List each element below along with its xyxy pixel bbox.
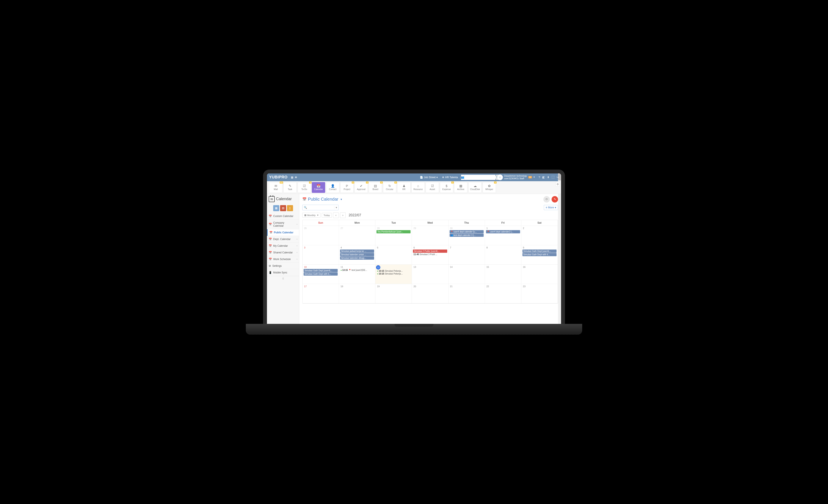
logout-icon[interactable]: ↪: [556, 176, 559, 179]
view-day-button[interactable]: ▯: [287, 205, 293, 211]
view-select[interactable]: ▦ Monthly ▾: [302, 213, 321, 218]
calendar-event[interactable]: Simulasi Gath Dept with ti...: [523, 253, 556, 256]
nav-circular[interactable]: 5↻Circular: [383, 182, 396, 193]
nav-contact[interactable]: 👤Contact: [326, 182, 339, 193]
nav-hr[interactable]: ♟HR: [397, 182, 411, 193]
nav-asset[interactable]: ☑Asset: [426, 182, 439, 193]
today-button[interactable]: Today: [322, 213, 332, 218]
calendar-cell[interactable]: 3: [302, 245, 339, 265]
dashboard-icon[interactable]: ◧: [542, 176, 545, 179]
download-icon[interactable]: ⬇: [547, 176, 549, 179]
calendar-cell[interactable]: 1📍 user4 dept calender2 [...: [485, 226, 522, 245]
calendar-cell[interactable]: 15: [485, 265, 522, 284]
nav-settings-icon[interactable]: ⚙: [555, 182, 560, 186]
sidebar-item-custom-calendar[interactable]: 📅Custom Calendar: [267, 213, 299, 220]
calendar-cell[interactable]: 5: [375, 245, 412, 265]
nav-approval[interactable]: 2✔Approval: [355, 182, 368, 193]
nav-mail[interactable]: 94✉Mail: [269, 182, 283, 193]
sidebar-item-my-calendar[interactable]: 📅My Calendar›: [267, 243, 299, 249]
scrollbar[interactable]: [558, 174, 561, 324]
calendar-cell[interactable]: 23: [522, 284, 558, 304]
sidebar-item-shared-calendar[interactable]: 📅Shared Calendar›: [267, 249, 299, 256]
view-month-button[interactable]: ▦: [273, 205, 279, 211]
collapse-sidebar[interactable]: ⟨⟨: [267, 276, 299, 281]
calendar-event[interactable]: Simulasi Gath Dept [user4(...: [523, 249, 556, 253]
calendar-cell[interactable]: 20: [412, 284, 448, 304]
nav-archive[interactable]: ▦Archive: [454, 182, 467, 193]
calendar-event[interactable]: 📍 user4 dept calender2 [...: [486, 230, 520, 233]
calendar-event-line[interactable]: ●13:15 📍 test [user2(DE...: [340, 269, 375, 272]
calendar-cell[interactable]: 8: [485, 245, 522, 265]
sidebar-item-work-schedule[interactable]: 📅Work Schedule›: [267, 256, 299, 263]
calendar-event-line[interactable]: ●10:15 Simulasi Pekerja...: [376, 272, 411, 275]
calendar-cell[interactable]: 22: [485, 284, 522, 304]
calendar-cell[interactable]: 19: [375, 284, 412, 304]
filter-input[interactable]: [308, 206, 334, 209]
calendar-cell[interactable]: 12●10:15 Simulasi Pekerja...●10:15 Simul…: [375, 265, 412, 284]
nav-whisper[interactable]: 4✿Whisper: [483, 182, 496, 193]
calendar-event-line[interactable]: 11:40 Simulasi 3 Publi ...: [413, 253, 447, 256]
sidebar-item-company-calendar[interactable]: 📅Company Calendar›: [267, 220, 299, 229]
view-week-button[interactable]: ▤: [280, 205, 286, 211]
calendar-event[interactable]: 📍 user4 dept calender [u...: [450, 230, 484, 233]
refresh-button[interactable]: ⟳: [543, 196, 550, 202]
nav-to-do[interactable]: 4☑To-Do: [298, 182, 311, 193]
calendar-event[interactable]: Simulasi Gath Dept with ti...: [303, 272, 338, 276]
nav-calendar[interactable]: 📅Calendar: [312, 182, 325, 193]
calendar-cell[interactable]: 29: [412, 226, 448, 245]
add-event-button[interactable]: ✎: [551, 196, 558, 202]
expand-icon[interactable]: ⛶: [551, 176, 554, 179]
next-month-button[interactable]: ›: [340, 213, 346, 218]
calendar-event[interactable]: Simulasi Gath Dept [user4(...: [303, 269, 338, 272]
calendar-cell[interactable]: 7: [449, 245, 485, 265]
calendar-event[interactable]: Tes Pemberitahuan [user...: [376, 230, 411, 233]
nav-resource[interactable]: ⌂Resource: [411, 182, 425, 193]
nav-board[interactable]: 2▤Board: [369, 182, 382, 193]
calendar-cell[interactable]: 18: [339, 284, 375, 304]
calendar-cell[interactable]: 13: [412, 265, 448, 284]
calendar-cell[interactable]: 27: [339, 226, 375, 245]
calendar-event[interactable]: Simulasi kalender dibagi...: [340, 257, 374, 260]
calendar-cell[interactable]: 2: [522, 226, 558, 245]
calendar-cell[interactable]: 30📍 user4 dept calender [u...👥 test dept…: [449, 226, 485, 245]
calendar-event-line[interactable]: ●10:15 Simulasi Pekerja...: [376, 270, 411, 272]
sidebar-item-public-calendar[interactable]: 📅Public Calendar: [267, 229, 299, 236]
chevron-down-icon[interactable]: ▾: [334, 206, 338, 209]
search-box[interactable]: 👥 🔍: [461, 175, 496, 180]
calendar-event[interactable]: Simulasi jadwal kerja ke ...: [340, 249, 374, 253]
sidebar-item-settings[interactable]: ⚙Settings: [267, 263, 299, 269]
calendar-cell[interactable]: 11●13:15 📍 test [user2(DE...: [339, 265, 375, 284]
calendar-cell[interactable]: 9Simulasi Gath Dept [user4(...Simulasi G…: [522, 245, 558, 265]
nav-project[interactable]: 9PProject: [340, 182, 354, 193]
calendar-cell[interactable]: 6Simulasi 2 Public [user4(...11:40 Simul…: [412, 245, 448, 265]
prev-month-button[interactable]: ‹: [333, 213, 339, 218]
calendar-cell[interactable]: 28Tes Pemberitahuan [user...: [375, 226, 412, 245]
calendar-cell[interactable]: 14: [449, 265, 485, 284]
help-icon[interactable]: ?: [539, 176, 540, 179]
search-input[interactable]: [464, 176, 496, 179]
sidebar-item-dept-calendar[interactable]: 📅Dept. Calendar›: [267, 236, 299, 243]
calendar-cell[interactable]: 26: [302, 226, 339, 245]
calendar-cell[interactable]: 17: [302, 284, 339, 304]
calendar-cell[interactable]: 21: [449, 284, 485, 304]
calendar-icon: 31: [269, 196, 275, 202]
jobstreet-link[interactable]: 📄 Job Street ▾: [418, 175, 439, 180]
calendar-cell[interactable]: 10Simulasi Gath Dept [user4(...Simulasi …: [302, 265, 339, 284]
calendar-cell[interactable]: 4Simulasi jadwal kerja ke ...Simulasi ka…: [339, 245, 375, 265]
calendar-event[interactable]: Simulasi kalender untuk ...: [340, 253, 374, 256]
nav-clouddisk[interactable]: ☁CloudDisk: [468, 182, 482, 193]
refresh-icon[interactable]: ֍: [295, 176, 298, 179]
user-chip[interactable]: ☺ Departemen technology user2(DEMO) Staf…: [497, 175, 535, 180]
sidebar-item-icon: 📅: [269, 215, 272, 218]
nav-expense[interactable]: 1$Expense: [440, 182, 453, 193]
more-button[interactable]: ≡ More ▾: [544, 205, 558, 210]
calendar-event[interactable]: 👥 test dept calender 3 [...: [450, 234, 484, 237]
hrtalenta-link[interactable]: ❄ HR Talenta: [441, 175, 459, 180]
apps-icon[interactable]: ▦: [291, 176, 294, 179]
calendar-event[interactable]: Simulasi 2 Public [user4(...: [413, 249, 447, 253]
page-title-dropdown[interactable]: ▼: [340, 198, 342, 200]
calendar-cell[interactable]: 16: [522, 265, 558, 284]
filter-combo[interactable]: 🔍 ▾: [302, 205, 338, 210]
sidebar-item-mobile-sync[interactable]: 📱Mobile Sync: [267, 269, 299, 276]
nav-task[interactable]: ✎Task: [283, 182, 297, 193]
